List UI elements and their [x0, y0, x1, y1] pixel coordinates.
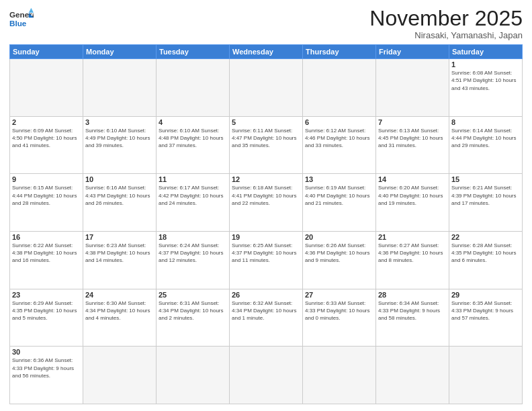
day-number: 20: [305, 233, 373, 241]
calendar-cell: [83, 347, 157, 404]
calendar-week-row: 23Sunrise: 6:29 AM Sunset: 4:35 PM Dayli…: [10, 289, 523, 347]
day-number: 19: [232, 233, 300, 241]
calendar-cell: 2Sunrise: 6:09 AM Sunset: 4:50 PM Daylig…: [10, 116, 83, 174]
calendar-cell: 23Sunrise: 6:29 AM Sunset: 4:35 PM Dayli…: [10, 289, 83, 347]
day-number: 11: [159, 175, 227, 183]
calendar-cell: 19Sunrise: 6:25 AM Sunset: 4:37 PM Dayli…: [230, 232, 303, 289]
day-number: 23: [12, 291, 81, 299]
day-number: 14: [378, 175, 447, 183]
weekday-header: Friday: [376, 45, 449, 59]
calendar-header-row: SundayMondayTuesdayWednesdayThursdayFrid…: [10, 45, 523, 59]
day-info: Sunrise: 6:34 AM Sunset: 4:33 PM Dayligh…: [378, 300, 447, 322]
calendar-cell: 20Sunrise: 6:26 AM Sunset: 4:36 PM Dayli…: [303, 232, 376, 289]
day-info: Sunrise: 6:28 AM Sunset: 4:35 PM Dayligh…: [451, 242, 520, 265]
calendar-cell: 15Sunrise: 6:21 AM Sunset: 4:39 PM Dayli…: [449, 174, 523, 232]
calendar-cell: [449, 347, 523, 404]
calendar-cell: [157, 59, 230, 117]
weekday-header: Tuesday: [157, 45, 230, 59]
day-info: Sunrise: 6:31 AM Sunset: 4:34 PM Dayligh…: [159, 300, 227, 322]
page: General Blue November 2025 Nirasaki, Yam…: [0, 0, 532, 411]
calendar-cell: 13Sunrise: 6:19 AM Sunset: 4:40 PM Dayli…: [303, 174, 376, 232]
calendar-cell: 28Sunrise: 6:34 AM Sunset: 4:33 PM Dayli…: [376, 289, 449, 347]
day-number: 21: [378, 233, 447, 241]
day-info: Sunrise: 6:25 AM Sunset: 4:37 PM Dayligh…: [232, 242, 300, 265]
day-info: Sunrise: 6:10 AM Sunset: 4:49 PM Dayligh…: [85, 127, 154, 150]
calendar-cell: 4Sunrise: 6:10 AM Sunset: 4:48 PM Daylig…: [157, 116, 230, 174]
subtitle: Nirasaki, Yamanashi, Japan: [369, 30, 523, 40]
calendar-cell: 22Sunrise: 6:28 AM Sunset: 4:35 PM Dayli…: [449, 232, 523, 289]
day-number: 6: [305, 118, 373, 126]
day-number: 29: [451, 291, 520, 299]
day-info: Sunrise: 6:09 AM Sunset: 4:50 PM Dayligh…: [12, 127, 81, 150]
day-number: 25: [159, 291, 227, 299]
day-info: Sunrise: 6:13 AM Sunset: 4:45 PM Dayligh…: [378, 127, 447, 150]
calendar-week-row: 1Sunrise: 6:08 AM Sunset: 4:51 PM Daylig…: [10, 59, 523, 117]
calendar-cell: 5Sunrise: 6:11 AM Sunset: 4:47 PM Daylig…: [230, 116, 303, 174]
weekday-header: Monday: [83, 45, 157, 59]
day-info: Sunrise: 6:12 AM Sunset: 4:46 PM Dayligh…: [305, 127, 373, 150]
calendar-cell: [230, 347, 303, 404]
day-number: 10: [85, 175, 154, 183]
day-number: 3: [85, 118, 154, 126]
calendar-cell: 29Sunrise: 6:35 AM Sunset: 4:33 PM Dayli…: [449, 289, 523, 347]
calendar-week-row: 30Sunrise: 6:36 AM Sunset: 4:33 PM Dayli…: [10, 347, 523, 404]
day-info: Sunrise: 6:36 AM Sunset: 4:33 PM Dayligh…: [12, 357, 81, 379]
weekday-header: Wednesday: [230, 45, 303, 59]
calendar-cell: 9Sunrise: 6:15 AM Sunset: 4:44 PM Daylig…: [10, 174, 83, 232]
calendar-cell: 27Sunrise: 6:33 AM Sunset: 4:33 PM Dayli…: [303, 289, 376, 347]
svg-text:Blue: Blue: [9, 19, 27, 28]
calendar-cell: 16Sunrise: 6:22 AM Sunset: 4:38 PM Dayli…: [10, 232, 83, 289]
day-number: 8: [451, 118, 520, 126]
day-number: 9: [12, 175, 81, 183]
day-number: 17: [85, 233, 154, 241]
day-info: Sunrise: 6:23 AM Sunset: 4:38 PM Dayligh…: [85, 242, 154, 265]
day-number: 7: [378, 118, 447, 126]
calendar-cell: 12Sunrise: 6:18 AM Sunset: 4:41 PM Dayli…: [230, 174, 303, 232]
calendar-cell: 8Sunrise: 6:14 AM Sunset: 4:44 PM Daylig…: [449, 116, 523, 174]
day-number: 1: [451, 60, 520, 68]
day-number: 22: [451, 233, 520, 241]
day-number: 24: [85, 291, 154, 299]
day-info: Sunrise: 6:21 AM Sunset: 4:39 PM Dayligh…: [451, 184, 520, 207]
calendar-cell: 6Sunrise: 6:12 AM Sunset: 4:46 PM Daylig…: [303, 116, 376, 174]
calendar-cell: 7Sunrise: 6:13 AM Sunset: 4:45 PM Daylig…: [376, 116, 449, 174]
calendar-cell: [303, 59, 376, 117]
calendar-cell: [376, 59, 449, 117]
calendar-cell: [83, 59, 157, 117]
day-number: 13: [305, 175, 373, 183]
calendar-week-row: 9Sunrise: 6:15 AM Sunset: 4:44 PM Daylig…: [10, 174, 523, 232]
weekday-header: Thursday: [303, 45, 376, 59]
day-info: Sunrise: 6:11 AM Sunset: 4:47 PM Dayligh…: [232, 127, 300, 150]
day-info: Sunrise: 6:14 AM Sunset: 4:44 PM Dayligh…: [451, 127, 520, 150]
day-number: 15: [451, 175, 520, 183]
logo-icon: General Blue: [9, 7, 34, 31]
calendar-cell: 11Sunrise: 6:17 AM Sunset: 4:42 PM Dayli…: [157, 174, 230, 232]
calendar-cell: 25Sunrise: 6:31 AM Sunset: 4:34 PM Dayli…: [157, 289, 230, 347]
calendar-cell: 10Sunrise: 6:16 AM Sunset: 4:43 PM Dayli…: [83, 174, 157, 232]
calendar-cell: 24Sunrise: 6:30 AM Sunset: 4:34 PM Dayli…: [83, 289, 157, 347]
calendar-cell: 18Sunrise: 6:24 AM Sunset: 4:37 PM Dayli…: [157, 232, 230, 289]
calendar-cell: 17Sunrise: 6:23 AM Sunset: 4:38 PM Dayli…: [83, 232, 157, 289]
header: General Blue November 2025 Nirasaki, Yam…: [9, 7, 523, 40]
day-info: Sunrise: 6:26 AM Sunset: 4:36 PM Dayligh…: [305, 242, 373, 265]
calendar-cell: [376, 347, 449, 404]
calendar-cell: 14Sunrise: 6:20 AM Sunset: 4:40 PM Dayli…: [376, 174, 449, 232]
calendar-cell: [230, 59, 303, 117]
calendar-cell: 3Sunrise: 6:10 AM Sunset: 4:49 PM Daylig…: [83, 116, 157, 174]
calendar-week-row: 16Sunrise: 6:22 AM Sunset: 4:38 PM Dayli…: [10, 232, 523, 289]
calendar-table: SundayMondayTuesdayWednesdayThursdayFrid…: [9, 44, 523, 404]
calendar-week-row: 2Sunrise: 6:09 AM Sunset: 4:50 PM Daylig…: [10, 116, 523, 174]
calendar-cell: [157, 347, 230, 404]
calendar-cell: 26Sunrise: 6:32 AM Sunset: 4:34 PM Dayli…: [230, 289, 303, 347]
day-info: Sunrise: 6:30 AM Sunset: 4:34 PM Dayligh…: [85, 300, 154, 322]
day-info: Sunrise: 6:32 AM Sunset: 4:34 PM Dayligh…: [232, 300, 300, 322]
day-number: 30: [12, 348, 81, 356]
day-number: 5: [232, 118, 300, 126]
day-info: Sunrise: 6:19 AM Sunset: 4:40 PM Dayligh…: [305, 184, 373, 207]
logo: General Blue: [9, 7, 34, 31]
day-info: Sunrise: 6:20 AM Sunset: 4:40 PM Dayligh…: [378, 184, 447, 207]
day-info: Sunrise: 6:35 AM Sunset: 4:33 PM Dayligh…: [451, 300, 520, 322]
weekday-header: Saturday: [449, 45, 523, 59]
day-number: 12: [232, 175, 300, 183]
calendar-cell: [10, 59, 83, 117]
